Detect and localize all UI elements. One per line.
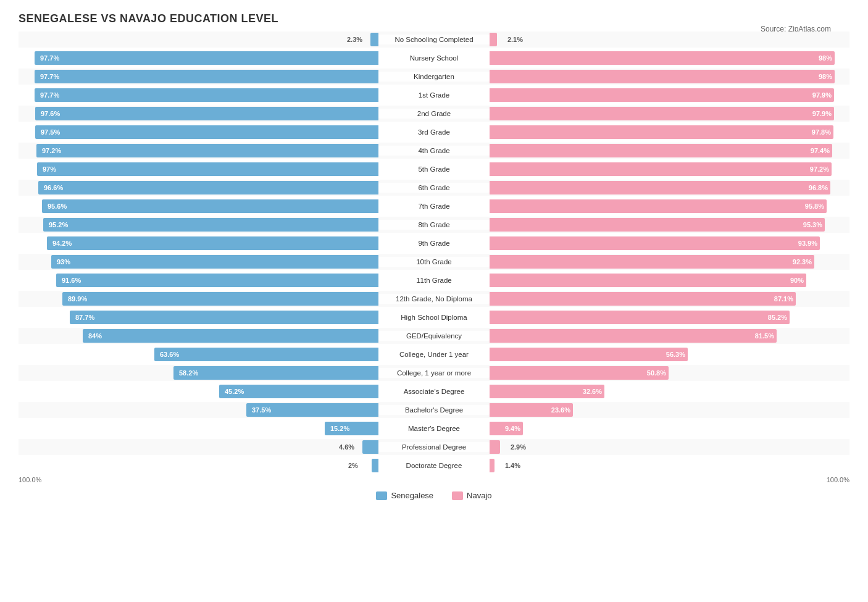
right-bar-container: 97.8% [490,125,849,139]
left-value: 96.6% [41,184,66,191]
table-row: 45.2% Associate's Degree 32.6% [19,383,849,399]
right-bar-container: 97.9% [490,107,849,120]
bar-label: Associate's Degree [378,387,490,396]
left-bar-container: 97% [19,162,378,176]
table-row: 84% GED/Equivalency 81.5% [19,328,849,344]
table-row: 63.6% College, Under 1 year 56.3% [19,346,849,362]
bar-row-inner: 84% GED/Equivalency 81.5% [19,328,849,344]
table-row: 97.5% 3rd Grade 97.8% [19,124,849,140]
right-bar: 1.4% [490,459,495,472]
left-bar-container: 4.6% [19,440,378,454]
left-value: 97.7% [37,54,62,62]
left-bar-container: 97.5% [19,125,378,139]
bar-label: High School Diploma [378,312,490,322]
chart-title: SENEGALESE VS NAVAJO EDUCATION LEVEL [19,12,849,25]
right-bar: 97.4% [490,144,832,157]
left-value: 97% [40,165,59,173]
right-value: 2.1% [507,36,523,43]
bar-label: Professional Degree [378,442,490,452]
bar-row-inner: 97.7% Nursery School 98% [19,50,849,66]
right-value: 97.8% [812,128,831,136]
left-value: 97.5% [38,128,63,136]
left-bar-container: 87.7% [19,311,378,324]
table-row: 2.3% No Schooling Completed 2.1% [19,31,849,48]
left-bar-container: 97.7% [19,70,378,83]
table-row: 37.5% Bachelor's Degree 23.6% [19,402,849,418]
right-bar: 23.6% [490,403,573,417]
right-value: 97.9% [812,110,832,117]
left-value: 2% [348,462,358,469]
right-value: 85.2% [768,314,787,321]
right-bar-container: 97.9% [490,88,849,102]
left-bar: 97.5% [35,125,378,139]
left-value: 4.6% [339,443,354,451]
left-value: 91.6% [59,277,84,284]
bar-label: 11th Grade [378,275,490,285]
left-bar: 63.6% [154,348,378,361]
bar-label: Bachelor's Degree [378,405,490,415]
right-value: 56.3% [666,351,685,358]
left-bar-container: 93% [19,255,378,269]
right-value: 95.3% [803,221,822,228]
bar-label: 3rd Grade [378,127,490,137]
left-value: 97.7% [37,73,62,80]
left-bar: 97.7% [35,88,378,102]
right-value: 2.9% [511,443,526,451]
right-bar-container: 9.4% [490,422,849,435]
bar-row-inner: 95.6% 7th Grade 95.8% [19,198,849,214]
right-bar-container: 98% [490,51,849,65]
left-bar-container: 95.2% [19,218,378,232]
bar-label: 10th Grade [378,257,490,267]
left-value: 95.6% [44,203,70,210]
table-row: 97.2% 4th Grade 97.4% [19,143,849,159]
right-bar-container: 50.8% [490,366,849,380]
legend-navajo-color [452,491,463,500]
left-bar: 97% [37,162,378,176]
bar-row-inner: 15.2% Master's Degree 9.4% [19,420,849,437]
right-bar: 2.1% [490,33,497,46]
left-value: 37.5% [249,406,274,414]
right-value: 23.6% [551,406,570,414]
right-bar: 93.9% [490,236,820,250]
left-value: 97.7% [37,91,62,99]
right-bar: 92.3% [490,255,814,269]
right-value: 98% [819,54,832,62]
bar-row-inner: 37.5% Bachelor's Degree 23.6% [19,402,849,418]
bar-label: No Schooling Completed [378,35,490,44]
bar-row-inner: 91.6% 11th Grade 90% [19,272,849,288]
right-bar: 85.2% [490,311,790,324]
bottom-left-label: 100.0% [19,476,41,483]
right-bar-container: 23.6% [490,403,849,417]
right-bar: 87.1% [490,292,796,306]
left-value: 93% [54,258,73,265]
right-value: 98% [819,73,832,80]
legend-senegalese: Senegalese [376,491,433,500]
bar-row-inner: 2% Doctorate Degree 1.4% [19,458,849,474]
right-bar-container: 92.3% [490,255,849,269]
right-bar-container: 1.4% [490,459,849,472]
right-bar: 50.8% [490,366,669,380]
table-row: 93% 10th Grade 92.3% [19,254,849,270]
right-value: 81.5% [755,332,774,340]
left-bar-container: 58.2% [19,366,378,380]
left-bar-container: 89.9% [19,292,378,306]
table-row: 89.9% 12th Grade, No Diploma 87.1% [19,291,849,307]
left-value: 87.7% [72,314,98,321]
left-bar: 97.2% [36,144,378,157]
left-bar: 58.2% [173,366,378,380]
left-value: 97.6% [38,110,63,117]
bar-row-inner: 45.2% Associate's Degree 32.6% [19,383,849,399]
left-bar: 94.2% [47,236,378,250]
right-bar-container: 97.4% [490,144,849,157]
right-bar: 95.3% [490,218,825,232]
bar-row-inner: 97.2% 4th Grade 97.4% [19,143,849,159]
left-value: 45.2% [222,388,247,395]
bar-label: 1st Grade [378,90,490,100]
bar-row-inner: 94.2% 9th Grade 93.9% [19,235,849,251]
bar-row-inner: 58.2% College, 1 year or more 50.8% [19,365,849,381]
left-bar: 97.7% [35,51,378,65]
bar-label: 9th Grade [378,238,490,248]
right-bar-container: 32.6% [490,385,849,398]
left-bar-container: 2% [19,459,378,472]
left-bar: 2% [372,459,378,472]
